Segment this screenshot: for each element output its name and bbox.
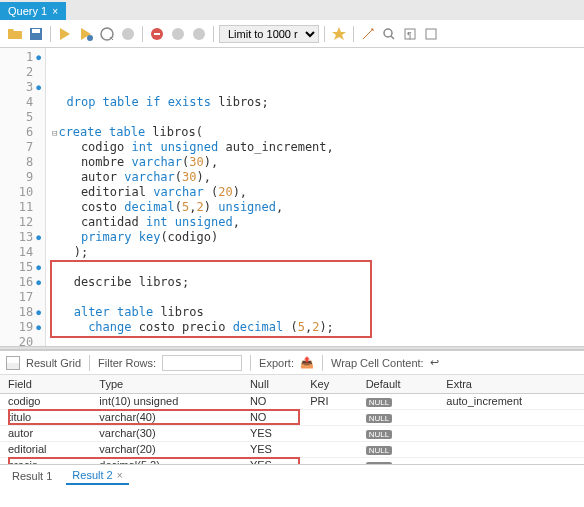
column-header[interactable]: Field [0,375,91,393]
gutter-line: 2● [0,65,45,80]
table-cell[interactable]: NULL [358,409,439,425]
table-cell[interactable]: int(10) unsigned [91,393,242,409]
editor-tab-bar: Query 1 × [0,0,584,20]
code-line[interactable]: change costo precio decimal (5,2); [52,320,584,335]
close-icon[interactable]: × [52,6,58,17]
wrap-icon[interactable] [422,25,440,43]
close-icon[interactable]: × [117,470,123,481]
table-cell[interactable]: YES [242,457,302,464]
table-cell[interactable] [302,425,357,441]
table-cell[interactable]: titulo [0,409,91,425]
open-icon[interactable] [6,25,24,43]
column-header[interactable]: Extra [438,375,584,393]
table-row[interactable]: titulovarchar(40)NONULL [0,409,584,425]
code-line[interactable]: costo decimal(5,2) unsigned, [52,200,584,215]
separator [142,26,143,42]
result-grid-label: Result Grid [26,357,81,369]
rollback-icon[interactable] [190,25,208,43]
result-tab[interactable]: Result 2× [66,467,128,485]
code-line[interactable] [52,290,584,305]
execute-icon[interactable] [56,25,74,43]
table-cell[interactable]: NO [242,393,302,409]
commit-icon[interactable] [169,25,187,43]
code-line[interactable]: ⊟create table libros( [52,125,584,140]
table-cell[interactable]: YES [242,441,302,457]
export-icon[interactable]: 📤 [300,356,314,369]
column-header[interactable]: Type [91,375,242,393]
table-cell[interactable] [302,409,357,425]
code-line[interactable]: codigo int unsigned auto_increment, [52,140,584,155]
code-line[interactable]: nombre varchar(30), [52,155,584,170]
code-line[interactable]: autor varchar(30), [52,170,584,185]
table-cell[interactable]: autor [0,425,91,441]
code-line[interactable]: editorial varchar (20), [52,185,584,200]
separator [324,26,325,42]
save-icon[interactable] [27,25,45,43]
stop-icon[interactable] [119,25,137,43]
code-line[interactable]: describe libros; [52,275,584,290]
table-cell[interactable]: varchar(40) [91,409,242,425]
code-line[interactable]: ); [52,245,584,260]
results-toolbar: Result Grid Filter Rows: Export: 📤 Wrap … [0,351,584,375]
table-cell[interactable]: NULL [358,425,439,441]
table-cell[interactable]: PRI [302,393,357,409]
code-editor[interactable]: 1●2●3●4●5●6●7●8●9●10●11●12●13●14●15●16●1… [0,48,584,346]
table-cell[interactable] [438,409,584,425]
gutter-line: 6● [0,125,45,140]
column-header[interactable]: Key [302,375,357,393]
table-row[interactable]: editorialvarchar(20)YESNULL [0,441,584,457]
table-cell[interactable] [438,457,584,464]
code-line[interactable]: cantidad int unsigned, [52,215,584,230]
table-cell[interactable] [438,425,584,441]
code-line[interactable]: primary key(codigo) [52,230,584,245]
table-cell[interactable]: varchar(20) [91,441,242,457]
table-cell[interactable]: NULL [358,441,439,457]
table-cell[interactable]: codigo [0,393,91,409]
code-line[interactable] [52,335,584,346]
filter-input[interactable] [162,355,242,371]
gutter-line: 4● [0,95,45,110]
star-icon[interactable] [330,25,348,43]
find-icon[interactable] [380,25,398,43]
table-row[interactable]: preciodecimal(5,2)YESNULL [0,457,584,464]
code-line[interactable]: drop table if exists libros; [52,95,584,110]
beautify-icon[interactable] [359,25,377,43]
explain-icon[interactable] [98,25,116,43]
result-tab[interactable]: Result 1 [6,468,58,484]
table-cell[interactable] [302,457,357,464]
table-cell[interactable] [302,441,357,457]
gutter-line: 14● [0,245,45,260]
wrap-toggle-icon[interactable]: ↩ [430,356,439,369]
gutter-line: 8● [0,155,45,170]
table-row[interactable]: codigoint(10) unsignedNOPRINULLauto_incr… [0,393,584,409]
code-line[interactable] [52,260,584,275]
column-header[interactable]: Null [242,375,302,393]
results-panel: Result Grid Filter Rows: Export: 📤 Wrap … [0,350,584,486]
code-line[interactable]: alter table libros [52,305,584,320]
table-cell[interactable]: varchar(30) [91,425,242,441]
table-cell[interactable]: NULL [358,457,439,464]
no-commit-icon[interactable] [148,25,166,43]
table-cell[interactable]: NO [242,409,302,425]
table-row[interactable]: autorvarchar(30)YESNULL [0,425,584,441]
execute-current-icon[interactable] [77,25,95,43]
separator [322,355,323,371]
svg-rect-1 [32,29,40,33]
table-cell[interactable]: NULL [358,393,439,409]
table-cell[interactable]: editorial [0,441,91,457]
table-cell[interactable]: decimal(5,2) [91,457,242,464]
editor-tab-query1[interactable]: Query 1 × [0,2,66,20]
code-content[interactable]: drop table if exists libros; ⊟create tab… [46,48,584,346]
gutter-line: 10● [0,185,45,200]
table-cell[interactable]: precio [0,457,91,464]
column-header[interactable]: Default [358,375,439,393]
table-cell[interactable]: auto_increment [438,393,584,409]
svg-rect-12 [426,29,436,39]
limit-select[interactable]: Limit to 1000 rows [219,25,319,43]
table-cell[interactable]: YES [242,425,302,441]
invisible-chars-icon[interactable]: ¶ [401,25,419,43]
table-cell[interactable] [438,441,584,457]
code-line[interactable] [52,110,584,125]
gutter-line: 1● [0,50,45,65]
results-grid[interactable]: FieldTypeNullKeyDefaultExtra codigoint(1… [0,375,584,464]
